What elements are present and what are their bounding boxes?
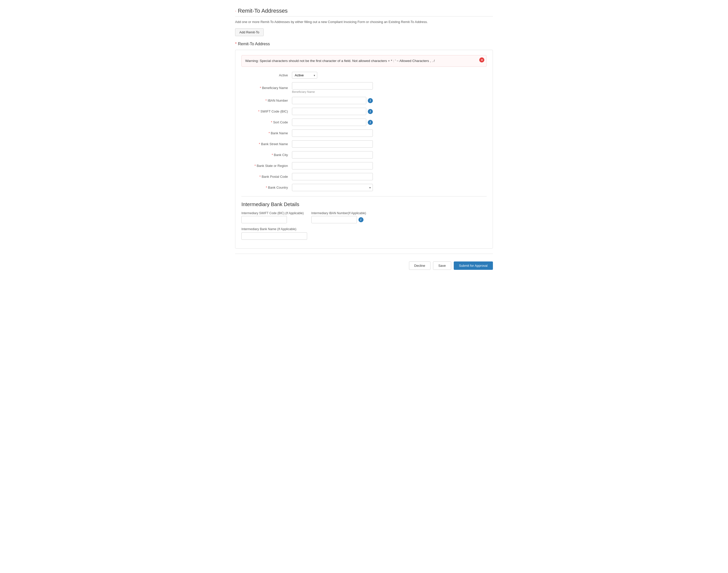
iban-info-icon[interactable]: i xyxy=(368,98,373,103)
remit-to-address-section-label: * Remit-To Address xyxy=(235,42,493,46)
intermediary-bank-name-group: Intermediary Bank Name (If Applicable) xyxy=(241,227,487,240)
beneficiary-name-input[interactable] xyxy=(292,82,373,90)
bank-name-row: * Bank Name xyxy=(241,129,487,137)
sort-code-row: * Sort Code i xyxy=(241,119,487,126)
bank-state-label: * Bank State or Region xyxy=(241,164,292,168)
bank-postal-label: * Bank Postal Code xyxy=(241,175,292,178)
intermediary-title: Intermediary Bank Details xyxy=(241,202,487,207)
bank-country-select[interactable] xyxy=(292,184,373,191)
warning-banner: Warning: Special characters should not b… xyxy=(241,55,487,67)
remit-to-form-card: Warning: Special characters should not b… xyxy=(235,50,493,249)
required-star: * xyxy=(235,42,237,46)
bank-state-field xyxy=(292,162,373,169)
intermediary-bank-name-label: Intermediary Bank Name (If Applicable) xyxy=(241,227,487,231)
intermediary-fields: Intermediary SWIFT Code (BIC) (If Applic… xyxy=(241,211,487,223)
beneficiary-name-label: * Beneficiary Name xyxy=(241,86,292,90)
decline-button[interactable]: Decline xyxy=(409,261,431,270)
intermediary-iban-input-group: i xyxy=(312,216,366,223)
remit-to-address-label: Remit-To Address xyxy=(238,42,270,46)
bank-postal-field xyxy=(292,173,373,180)
intermediary-swift-group: Intermediary SWIFT Code (BIC) (If Applic… xyxy=(241,211,304,223)
required-dot: · xyxy=(235,8,236,14)
bank-street-input[interactable] xyxy=(292,140,373,148)
swift-label: * SWIFT Code (BIC) xyxy=(241,109,292,113)
bank-postal-row: * Bank Postal Code xyxy=(241,173,487,180)
beneficiary-name-row: * Beneficiary Name Beneficiary Name xyxy=(241,82,487,93)
swift-field: i xyxy=(292,108,373,115)
country-select-wrapper: ▾ xyxy=(292,184,373,191)
footer-actions: Decline Save Submit for Approval xyxy=(235,254,493,270)
close-icon: ✕ xyxy=(481,58,483,62)
sort-code-field: i xyxy=(292,119,373,126)
bank-state-row: * Bank State or Region xyxy=(241,162,487,169)
add-remit-button[interactable]: Add Remit-To xyxy=(235,28,264,36)
warning-close-button[interactable]: ✕ xyxy=(479,57,484,62)
active-field: Active Inactive ▾ xyxy=(292,72,373,79)
warning-text: Warning: Special characters should not b… xyxy=(245,59,435,63)
swift-row: * SWIFT Code (BIC) i xyxy=(241,108,487,115)
intermediary-swift-input[interactable] xyxy=(241,216,287,223)
active-row: Active Active Inactive ▾ xyxy=(241,72,487,79)
page-title: · Remit-To Addresses xyxy=(235,8,493,14)
swift-info-icon[interactable]: i xyxy=(368,109,373,114)
bank-city-label: * Bank City xyxy=(241,153,292,157)
intermediary-swift-label: Intermediary SWIFT Code (BIC) (If Applic… xyxy=(241,211,304,215)
iban-field: i xyxy=(292,97,373,104)
title-divider xyxy=(235,16,493,16)
bank-street-label: * Bank Street Name xyxy=(241,142,292,146)
sort-code-input[interactable] xyxy=(292,119,366,126)
bank-country-field: ▾ xyxy=(292,184,373,191)
bank-name-label: * Bank Name xyxy=(241,131,292,135)
bank-city-field xyxy=(292,151,373,159)
bank-street-field xyxy=(292,140,373,148)
intermediary-section: Intermediary Bank Details Intermediary S… xyxy=(241,202,487,240)
sort-code-label: * Sort Code xyxy=(241,120,292,124)
active-label: Active xyxy=(241,73,292,77)
subtitle-text: Add one or more Remit-To Addresses by ei… xyxy=(235,20,493,24)
save-button[interactable]: Save xyxy=(433,261,451,270)
bank-country-row: * Bank Country ▾ xyxy=(241,184,487,191)
intermediary-iban-label: Intermediary IBAN Number(If Applicable) xyxy=(312,211,366,215)
bank-street-row: * Bank Street Name xyxy=(241,140,487,148)
submit-for-approval-button[interactable]: Submit for Approval xyxy=(454,261,493,270)
iban-label: * IBAN Number xyxy=(241,99,292,102)
bank-name-input[interactable] xyxy=(292,129,373,137)
swift-input-group: i xyxy=(292,108,373,115)
iban-input[interactable] xyxy=(292,97,366,104)
beneficiary-name-field: Beneficiary Name xyxy=(292,82,373,93)
title-text: Remit-To Addresses xyxy=(238,8,288,14)
intermediary-iban-info-icon[interactable]: i xyxy=(358,217,363,222)
intermediary-swift-input-group xyxy=(241,216,304,223)
iban-input-group: i xyxy=(292,97,373,104)
active-select-wrapper: Active Inactive ▾ xyxy=(292,72,317,79)
iban-row: * IBAN Number i xyxy=(241,97,487,104)
intermediary-iban-group: Intermediary IBAN Number(If Applicable) … xyxy=(312,211,366,223)
bank-name-field xyxy=(292,129,373,137)
swift-input[interactable] xyxy=(292,108,366,115)
sort-code-input-group: i xyxy=(292,119,373,126)
intermediary-bank-name-input[interactable] xyxy=(241,232,307,240)
beneficiary-name-hint: Beneficiary Name xyxy=(292,90,373,93)
sort-code-info-icon[interactable]: i xyxy=(368,120,373,125)
bank-postal-input[interactable] xyxy=(292,173,373,180)
bank-city-row: * Bank City xyxy=(241,151,487,159)
intermediary-divider xyxy=(241,196,487,197)
bank-state-input[interactable] xyxy=(292,162,373,169)
active-select[interactable]: Active Inactive xyxy=(292,72,317,79)
bank-city-input[interactable] xyxy=(292,151,373,159)
bank-country-label: * Bank Country xyxy=(241,186,292,190)
intermediary-iban-input[interactable] xyxy=(312,216,357,223)
